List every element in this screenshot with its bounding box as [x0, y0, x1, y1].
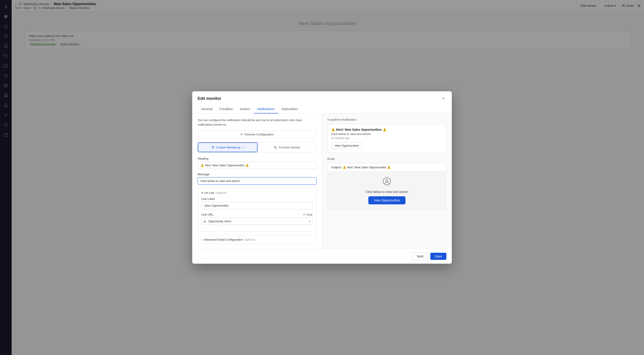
message-label: Message — [198, 172, 316, 176]
clear-label: Clear — [306, 213, 312, 216]
modal-overlay: Edit monitor × General Condition Actions… — [0, 0, 644, 355]
link-url-row: Link URL ✕ Clear — [202, 213, 312, 216]
right-panel: In-platform Notification ⚠️ Alert: New S… — [322, 114, 452, 249]
notif-time: 10 minutes ago — [331, 136, 442, 140]
message-group: Message — [198, 172, 316, 185]
advanced-email-header[interactable]: › Advanced Email Configuration Optional — [202, 238, 312, 241]
remove-config-label: Remove Configuration — [244, 133, 274, 136]
link-url-select[interactable]: Opportunity Inbox — [202, 218, 312, 225]
modal-tabs: General Condition Actions Notifications … — [192, 105, 452, 114]
tab-condition[interactable]: Condition — [216, 105, 236, 114]
remove-config-button[interactable]: ✕ Remove Configuration — [198, 130, 316, 138]
url-link-label: Url Link — [204, 191, 214, 194]
notif-alert-title: ⚠️ Alert: New Sales Opportunities ⚠️ — [331, 128, 442, 132]
tab-general[interactable]: General — [198, 105, 216, 114]
tab-subscribers[interactable]: Subscribers — [278, 105, 302, 114]
rendering-options: Custom Rendering ✓ Function backed — [198, 142, 316, 152]
remove-config-x-icon: ✕ — [240, 133, 243, 136]
svg-point-23 — [274, 146, 275, 147]
custom-rendering-check-icon: ✓ — [242, 146, 244, 149]
modal-body: You can configure the notification that … — [192, 114, 452, 249]
notif-subtitle: Click below to view and action! — [331, 132, 442, 136]
url-link-header[interactable]: ▾ Url Link Optional — [202, 191, 312, 194]
modal-header: Edit monitor × — [192, 91, 452, 102]
email-preview-label: Email — [327, 157, 446, 160]
svg-point-25 — [383, 178, 390, 185]
custom-rendering-label: Custom Rendering — [216, 146, 240, 149]
function-icon — [274, 146, 277, 149]
email-preview: Subject: ⚠️ Alert: New Sales Opportuniti… — [327, 163, 446, 210]
link-url-group: Link URL ✕ Clear ⊞ Opportunity Inbox ▾ — [202, 213, 312, 225]
message-input[interactable] — [198, 177, 316, 185]
custom-rendering-icon — [211, 146, 214, 149]
inplatform-title: In-platform Notification — [327, 118, 446, 121]
email-subject-row: Subject: ⚠️ Alert: New Sales Opportuniti… — [328, 164, 446, 172]
url-link-section: ▾ Url Link Optional Link Label Link URL … — [198, 188, 316, 232]
heading-label: Heading — [198, 157, 316, 160]
edit-monitor-modal: Edit monitor × General Condition Actions… — [192, 91, 452, 264]
link-url-select-wrapper: ⊞ Opportunity Inbox ▾ — [202, 218, 312, 225]
modal-footer: Next Save — [192, 249, 452, 264]
advanced-email-section: › Advanced Email Configuration Optional — [198, 235, 316, 244]
clear-button[interactable]: ✕ Clear — [303, 213, 312, 216]
link-label-input[interactable] — [202, 202, 312, 209]
chevron-down-icon: ▾ — [202, 191, 203, 194]
tab-actions[interactable]: Actions — [236, 105, 254, 114]
view-opportunities-email-button[interactable]: View Opportunities — [368, 196, 405, 204]
advanced-chevron-icon: › — [202, 238, 202, 241]
inplatform-preview: ⚠️ Alert: New Sales Opportunities ⚠️ Cli… — [327, 124, 446, 153]
link-label-group: Link Label — [202, 197, 312, 209]
email-body: Click below to view and action! View Opp… — [328, 172, 446, 210]
email-logo-icon — [382, 177, 391, 187]
modal-close-button[interactable]: × — [440, 95, 446, 102]
clear-x-icon: ✕ — [303, 213, 305, 216]
opportunity-inbox-icon: ⊞ — [204, 220, 206, 223]
view-opportunities-notif-button[interactable]: View Opportunities — [331, 142, 362, 149]
advanced-email-label: Advanced Email Configuration — [204, 238, 243, 241]
advanced-email-optional-label: Optional — [244, 238, 255, 241]
link-label-label: Link Label — [202, 197, 312, 200]
custom-rendering-option[interactable]: Custom Rendering ✓ — [198, 142, 258, 152]
url-link-optional-label: Optional — [216, 191, 226, 194]
function-backed-option[interactable]: Function backed — [258, 142, 316, 152]
save-button[interactable]: Save — [430, 253, 446, 260]
email-message-text: Click below to view and action! — [366, 190, 408, 194]
function-backed-label: Function backed — [279, 146, 300, 149]
svg-point-26 — [386, 180, 388, 182]
modal-title: Edit monitor — [198, 96, 221, 101]
description-text: You can configure the notification that … — [198, 118, 316, 127]
link-url-label: Link URL — [202, 213, 213, 216]
svg-line-22 — [274, 146, 276, 148]
heading-input[interactable] — [198, 162, 316, 169]
left-panel: You can configure the notification that … — [192, 114, 322, 249]
svg-point-24 — [276, 148, 276, 148]
tab-notifications[interactable]: Notifications — [254, 105, 278, 114]
heading-group: Heading — [198, 157, 316, 169]
next-button[interactable]: Next — [412, 252, 428, 260]
